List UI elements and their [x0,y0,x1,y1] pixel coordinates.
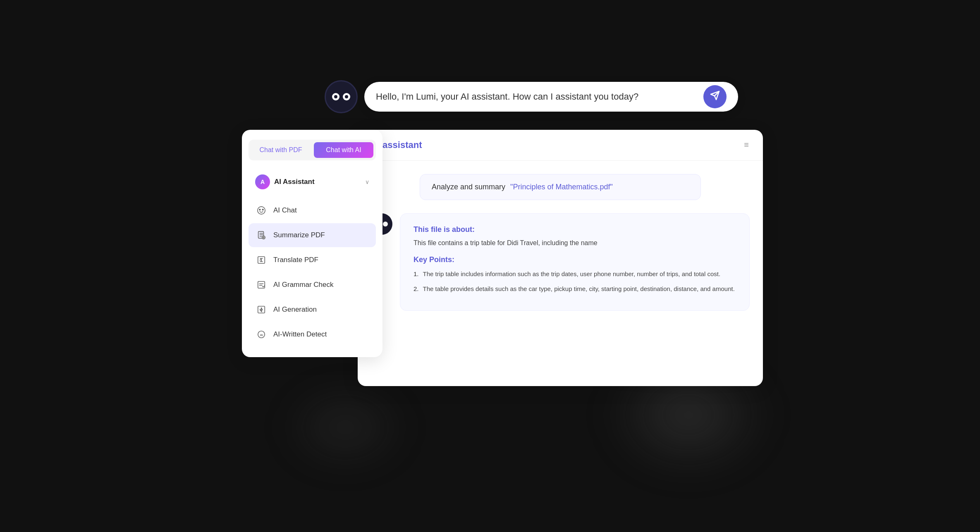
sidebar-item-translate-pdf[interactable]: A Translate PDF [249,248,376,272]
response-about-text: This file contains a trip table for Didi… [414,238,736,248]
summarize-pdf-label: Summarize PDF [273,231,325,239]
analyze-file: "Principles of Mathematics.pdf" [510,183,613,191]
grammar-check-icon [255,279,268,291]
key-point-1-text: The trip table includes information such… [423,269,721,279]
sidebar-item-summarize-pdf[interactable]: Summarize PDF [249,223,376,247]
panel-body: Analyze and summary "Principles of Mathe… [358,161,763,324]
chevron-down-icon: ∨ [365,179,369,185]
sidebar-item-ai-generation[interactable]: AI Generation [249,298,376,322]
ai-written-detect-icon: Ai [255,328,268,341]
key-points-list: 1. The trip table includes information s… [414,269,736,294]
key-point-1: 1. The trip table includes information s… [414,269,736,279]
ai-generation-label: AI Generation [273,305,317,314]
ai-assistant-header[interactable]: A AI Assistant ∨ [249,170,376,193]
ai-written-detect-label: AI-Written Detect [273,330,327,339]
key-point-2: 2. The table provides details such as th… [414,284,736,294]
translate-pdf-label: Translate PDF [273,256,318,264]
bot-pupil-right [345,95,348,98]
analyze-prefix: Analyze and summary [432,183,505,191]
send-icon [710,91,720,103]
svg-text:Ai: Ai [260,333,263,336]
sidebar-item-ai-chat[interactable]: AI Chat [249,198,376,222]
key-points-title: Key Points: [414,255,736,264]
bot-eye-left [332,93,339,100]
ai-chat-label: AI Chat [273,206,297,215]
sidebar-item-ai-written-detect[interactable]: Ai AI-Written Detect [249,322,376,346]
bot-eye-response-right [383,222,388,227]
tab-chat-ai[interactable]: Chat with AI [314,142,373,158]
svg-point-0 [258,206,265,214]
sidebar: Chat with PDF Chat with AI A AI Assistan… [242,130,382,357]
ai-response-row: This file is about: This file contains a… [371,213,750,311]
ai-chat-icon [255,204,268,217]
main-panel: AI assistant ≡ Analyze and summary "Prin… [358,130,763,386]
svg-rect-8 [258,306,265,313]
bot-eyes-top [332,93,350,100]
tab-bar: Chat with PDF Chat with AI [249,140,376,160]
summarize-pdf-icon [255,229,268,241]
bot-eye-right [343,93,350,100]
svg-point-2 [262,209,263,210]
bot-pupil-left [334,95,337,98]
svg-point-1 [259,209,261,210]
translate-pdf-icon: A [255,254,268,266]
grammar-check-label: AI Grammar Check [273,281,333,289]
ai-avatar-small: A [255,174,270,189]
send-button[interactable] [703,85,727,108]
bot-avatar-top [325,80,358,113]
chat-input-bar[interactable]: Hello, I'm Lumi, your AI assistant. How … [364,82,738,112]
ai-generation-icon [255,303,268,316]
analyze-bar: Analyze and summary "Principles of Mathe… [420,174,701,200]
sidebar-item-grammar-check[interactable]: AI Grammar Check [249,273,376,297]
menu-dots-icon[interactable]: ≡ [744,140,750,150]
panel-header: AI assistant ≡ [358,130,763,161]
tab-chat-pdf[interactable]: Chat with PDF [251,142,311,158]
ai-assistant-name: AI Assistant [274,178,361,186]
chat-input-text: Hello, I'm Lumi, your AI assistant. How … [376,91,638,102]
response-about-title: This file is about: [414,225,736,234]
svg-rect-7 [258,281,265,288]
response-card: This file is about: This file contains a… [400,213,750,311]
svg-text:A: A [259,258,261,261]
top-chat-bar: Hello, I'm Lumi, your AI assistant. How … [325,80,738,113]
key-point-2-text: The table provides details such as the c… [423,284,735,294]
